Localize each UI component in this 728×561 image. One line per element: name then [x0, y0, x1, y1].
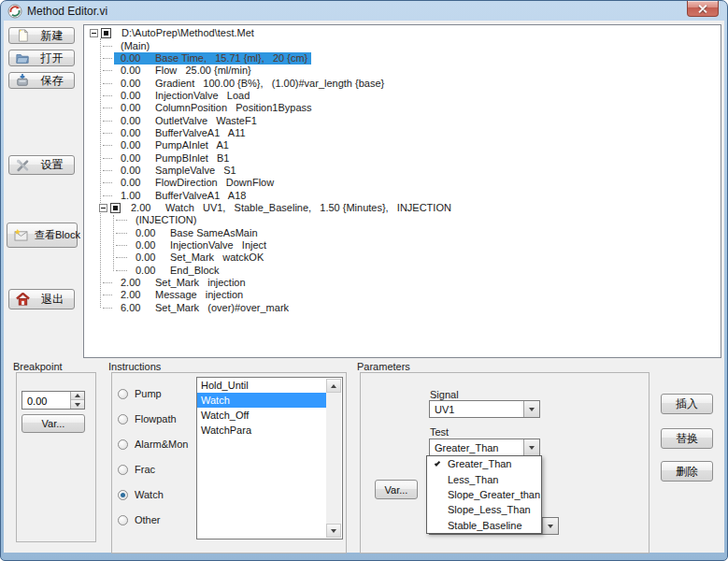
parameters-label: Parameters: [357, 361, 410, 372]
category-radio-row[interactable]: Flowpath: [118, 413, 188, 424]
test-label: Test: [430, 426, 449, 438]
tree-row-content: 0.00Base Time, 15.71 {ml}, 20 {cm}: [114, 52, 311, 65]
instruction-item[interactable]: Watch: [197, 393, 326, 408]
tree-row[interactable]: 0.00InjectionValve Inject: [87, 239, 719, 252]
instruction-listbox[interactable]: Hold_UntilWatchWatch_OffWatchPara: [196, 377, 343, 539]
tree-row[interactable]: 0.00PumpBInlet B1: [87, 151, 719, 164]
tree-row[interactable]: 6.00Set_Mark (over)#over_mark: [87, 302, 719, 314]
tree-row[interactable]: 0.00InjectionValve Load: [87, 90, 719, 102]
dropdown-option-label: Slope_Less_Than: [448, 504, 531, 515]
tree-row-time: 0.00: [121, 152, 155, 165]
dropdown-option[interactable]: Slope_Greater_than: [427, 487, 541, 502]
tree-row[interactable]: 0.00Base Time, 15.71 {ml}, 20 {cm}: [87, 52, 719, 65]
tree-connector: [103, 195, 112, 196]
tree-connector: [103, 158, 112, 159]
category-radio-label: Pump: [135, 388, 162, 399]
scroll-down-button[interactable]: [326, 524, 341, 538]
tree-row[interactable]: 0.00Flow 25.00 {ml/min}: [87, 65, 719, 77]
insert-button[interactable]: 插入: [661, 394, 713, 414]
view-block-button[interactable]: 查看Block: [7, 223, 78, 248]
tree-row-text: Message injection: [155, 289, 243, 301]
tree-row-time: 0.00: [121, 52, 155, 65]
tree-row[interactable]: 0.00PumpAInlet A1: [87, 139, 719, 151]
test-options-dropdown: Greater_ThanLess_ThanSlope_Greater_thanS…: [426, 455, 542, 534]
dropdown-option[interactable]: Slope_Less_Than: [427, 502, 541, 517]
collapse-icon[interactable]: [99, 204, 107, 212]
tree-row[interactable]: 0.00FlowDirection DownFlow: [87, 177, 719, 189]
home-icon: [16, 293, 30, 306]
tree-row-time: 0.00: [136, 252, 170, 264]
tree-row[interactable]: (INJECTION): [87, 214, 719, 226]
open-button[interactable]: 打开: [8, 50, 75, 66]
tree-row-content: D:\AutoPrep\Method\test.Met: [115, 27, 258, 39]
tree-row[interactable]: 0.00BufferValveA1 A11: [87, 127, 719, 139]
listbox-scrollbar[interactable]: [326, 379, 341, 538]
titlebar[interactable]: Method Editor.vi: [1, 1, 727, 21]
spin-down-button[interactable]: [71, 400, 84, 409]
replace-button[interactable]: 替换: [661, 428, 713, 449]
tree-row[interactable]: 0.00OutletValve WasteF1: [87, 114, 719, 126]
radio-button-icon[interactable]: [118, 490, 128, 500]
collapse-icon[interactable]: [90, 29, 98, 37]
tree-row-text: PumpBInlet B1: [155, 152, 230, 165]
radio-button-icon[interactable]: [118, 515, 128, 525]
instruction-item[interactable]: Watch_Off: [197, 408, 326, 423]
tree-row[interactable]: 0.00Base SameAsMain: [87, 227, 719, 239]
signal-dropdown-button[interactable]: [523, 401, 539, 417]
tree-connector: [103, 182, 112, 183]
breakpoint-spinner[interactable]: 0.00: [21, 391, 85, 410]
test-combobox[interactable]: Greater_Than: [429, 439, 540, 456]
instruction-item[interactable]: Hold_Until: [197, 378, 326, 393]
category-radio-row[interactable]: Alarm&Mon: [118, 439, 188, 450]
radio-button-icon[interactable]: [118, 414, 128, 424]
tree-row[interactable]: 0.00End_Block: [87, 265, 719, 277]
method-tree-rows: D:\AutoPrep\Method\test.Met(Main)0.00Bas…: [87, 27, 719, 314]
category-radio-row[interactable]: Watch: [118, 489, 188, 500]
tree-row[interactable]: 2.00Set_Mark injection: [87, 277, 719, 289]
instructions-label: Instructions: [108, 361, 161, 372]
tree-row[interactable]: 1.00BufferValveA1 A18: [87, 189, 719, 201]
scroll-up-button[interactable]: [326, 379, 341, 393]
radio-button-icon[interactable]: [118, 465, 128, 475]
value-dropdown-button[interactable]: [542, 518, 558, 534]
tree-row[interactable]: 0.00SampleValve S1: [87, 165, 719, 177]
dropdown-option[interactable]: Greater_Than: [427, 456, 541, 471]
tree-row-time: 0.00: [121, 78, 155, 90]
breakpoint-var-button[interactable]: Var...: [21, 414, 85, 433]
close-button[interactable]: [687, 1, 719, 17]
method-tree[interactable]: D:\AutoPrep\Method\test.Met(Main)0.00Bas…: [83, 24, 721, 358]
breakpoint-value[interactable]: 0.00: [27, 396, 47, 407]
save-button[interactable]: 保存: [8, 72, 75, 89]
tree-row[interactable]: 0.00Gradient 100.00 {B%}, (1.00)#var_len…: [87, 77, 719, 89]
test-dropdown-button[interactable]: [523, 439, 539, 455]
signal-value: UV1: [435, 404, 454, 415]
parameters-var-button[interactable]: Var...: [375, 480, 418, 499]
tree-row-text: BufferValveA1 A11: [155, 127, 246, 139]
spin-up-button[interactable]: [71, 392, 84, 400]
tree-row[interactable]: D:\AutoPrep\Method\test.Met: [87, 27, 719, 39]
delete-button[interactable]: 删除: [661, 461, 713, 482]
dropdown-option[interactable]: Stable_Baseline: [427, 518, 541, 533]
tree-row-time: 0.00: [121, 177, 155, 189]
tree-connector: [116, 245, 127, 246]
tree-row[interactable]: 2.00Message injection: [87, 289, 719, 301]
tree-row[interactable]: (Main): [87, 39, 719, 51]
instruction-item[interactable]: WatchPara: [197, 423, 326, 438]
category-radio-row[interactable]: Pump: [118, 388, 188, 399]
category-radio-row[interactable]: Other: [118, 514, 188, 525]
radio-button-icon[interactable]: [118, 439, 128, 450]
tree-row[interactable]: 0.00ColumnPosition Position1Bypass: [87, 102, 719, 114]
tree-row[interactable]: 0.00Set_Mark watckOK: [87, 252, 719, 264]
category-radio-label: Frac: [135, 464, 155, 475]
radio-button-icon[interactable]: [118, 389, 128, 399]
delete-button-label: 删除: [676, 464, 698, 480]
signal-combobox[interactable]: UV1: [429, 400, 540, 418]
tree-row[interactable]: 2.00Watch UV1, Stable_Baseline, 1.50 {Mi…: [87, 202, 719, 214]
new-button[interactable]: 新建: [8, 27, 75, 44]
exit-button[interactable]: 退出: [8, 289, 75, 309]
dropdown-option[interactable]: Less_Than: [427, 471, 541, 486]
settings-button[interactable]: 设置: [8, 155, 75, 175]
category-radio-row[interactable]: Frac: [118, 464, 188, 475]
tree-row-text: InjectionValve Load: [155, 90, 250, 102]
tree-row-content: 0.00End_Block: [129, 265, 223, 277]
